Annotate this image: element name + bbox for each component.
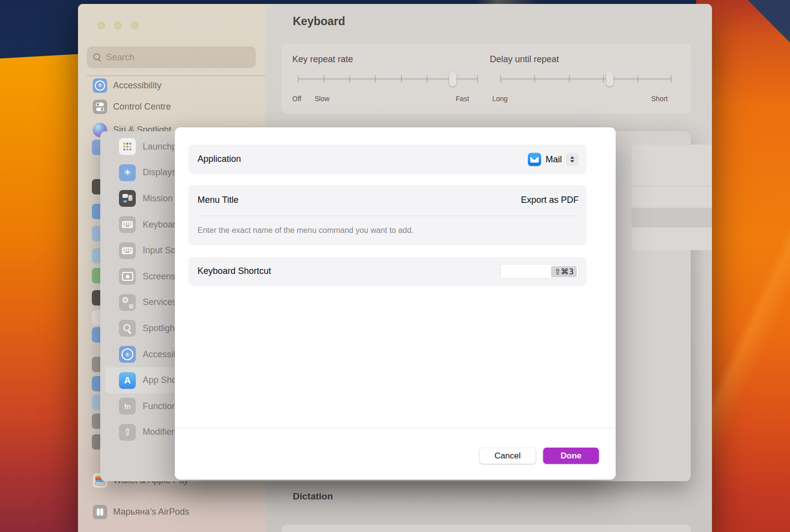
caption-short: Short bbox=[651, 95, 668, 103]
mission-control-icon bbox=[119, 190, 136, 207]
table-divider bbox=[632, 186, 712, 187]
caption-slow: Slow bbox=[315, 95, 329, 103]
function-keys-icon bbox=[119, 398, 136, 415]
page-title: Keyboard bbox=[293, 15, 345, 28]
shortcuts-table-fragment: he ⇧⌘/ bbox=[632, 145, 712, 250]
airpods-icon bbox=[93, 505, 107, 519]
application-select[interactable] bbox=[566, 153, 578, 166]
menu-title-field[interactable]: Export as PDF bbox=[521, 195, 579, 205]
chevron-up-icon bbox=[570, 156, 574, 159]
modifier-keys-icon bbox=[119, 424, 136, 441]
accessibility-icon bbox=[119, 346, 136, 363]
spotlight-icon bbox=[119, 320, 136, 337]
screenshots-icon bbox=[119, 268, 136, 285]
category-label: Spotlight bbox=[143, 323, 177, 334]
search-placeholder: Search bbox=[106, 52, 134, 63]
dictation-heading: Dictation bbox=[293, 491, 333, 502]
zoom-button[interactable] bbox=[131, 22, 138, 29]
sidebar-item-label: Control Centre bbox=[113, 102, 171, 112]
search-input[interactable]: Search bbox=[87, 46, 256, 68]
key-repeat-label: Key repeat rate bbox=[292, 54, 353, 65]
dialog-footer-divider bbox=[175, 428, 616, 428]
cancel-button[interactable]: Cancel bbox=[479, 448, 536, 464]
services-icon bbox=[119, 294, 136, 311]
control-centre-icon bbox=[93, 100, 107, 114]
add-app-shortcut-dialog: Application Mail Menu Title Export as PD… bbox=[175, 127, 616, 480]
caption-long: Long bbox=[492, 95, 508, 103]
keyboard-shortcut-row: Keyboard Shortcut ⇧⌘3 bbox=[189, 257, 587, 286]
delay-repeat-label: Delay until repeat bbox=[490, 54, 559, 65]
launchpad-icon bbox=[119, 138, 136, 155]
window-controls bbox=[97, 22, 138, 29]
search-icon bbox=[93, 53, 102, 62]
sidebar-item-label: Accessibility bbox=[113, 80, 161, 91]
mail-icon bbox=[528, 153, 541, 166]
close-button[interactable] bbox=[97, 22, 105, 29]
key-repeat-slider[interactable] bbox=[298, 71, 478, 87]
keyboard-shortcut-input[interactable]: ⇧⌘3 bbox=[500, 264, 579, 279]
done-button[interactable]: Done bbox=[543, 448, 599, 464]
desktop: Search Accessibility Control Centre Siri… bbox=[0, 0, 790, 532]
display-icon bbox=[119, 164, 136, 181]
sidebar-item-label: Марьяна’s AirPods bbox=[113, 507, 189, 517]
application-label: Application bbox=[198, 154, 241, 164]
application-row: Application Mail bbox=[189, 145, 587, 174]
delay-repeat-slider[interactable] bbox=[500, 71, 672, 87]
sidebar-scroll-divider bbox=[87, 76, 265, 76]
keyboard-shortcut-value: ⇧⌘3 bbox=[551, 266, 577, 277]
shortcut-row-highlight[interactable] bbox=[632, 208, 712, 228]
sidebar-item-airpods[interactable]: Марьяна’s AirPods bbox=[78, 500, 280, 524]
category-label: Displays bbox=[143, 167, 176, 178]
caption-fast: Fast bbox=[456, 95, 469, 103]
row-divider bbox=[198, 216, 579, 216]
slider-ticks bbox=[500, 76, 672, 83]
sidebar-item-accessibility[interactable]: Accessibility bbox=[78, 76, 265, 95]
minimize-button[interactable] bbox=[114, 22, 121, 29]
menu-title-hint: Enter the exact name of the menu command… bbox=[198, 226, 414, 235]
menu-title-label: Menu Title bbox=[198, 195, 238, 205]
key-repeat-slider-handle[interactable] bbox=[449, 72, 456, 87]
caption-off: Off bbox=[292, 95, 301, 103]
category-label: Services bbox=[143, 297, 177, 307]
delay-repeat-slider-handle[interactable] bbox=[606, 72, 614, 87]
repeat-settings-card: Key repeat rate Delay until repeat Off S… bbox=[282, 43, 691, 114]
chevron-down-icon bbox=[570, 160, 574, 163]
keyboard-icon bbox=[119, 216, 136, 233]
application-value: Mail bbox=[546, 154, 562, 165]
input-sources-icon bbox=[119, 242, 136, 259]
app-shortcuts-icon bbox=[119, 372, 136, 389]
accessibility-icon bbox=[93, 78, 107, 93]
keyboard-shortcut-label: Keyboard Shortcut bbox=[198, 266, 271, 276]
sidebar-item-control-centre[interactable]: Control Centre bbox=[78, 95, 265, 118]
dictation-card bbox=[282, 525, 691, 532]
menu-title-row: Menu Title Export as PDF Enter the exact… bbox=[189, 185, 587, 245]
